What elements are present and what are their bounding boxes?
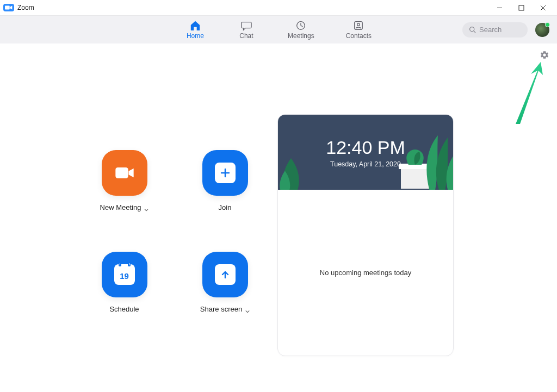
join-label: Join	[219, 203, 232, 211]
share-screen-button[interactable]	[202, 252, 248, 297]
calendar-empty-message: No upcoming meetings today	[320, 269, 411, 277]
svg-rect-2	[519, 5, 524, 10]
schedule-label-row: Schedule	[109, 305, 139, 313]
action-share-screen: Share screen	[191, 252, 259, 313]
search-placeholder: Search	[479, 26, 502, 34]
schedule-label: Schedule	[109, 305, 139, 313]
annotation-arrow	[509, 60, 547, 125]
home-icon	[189, 20, 201, 31]
tab-contacts-label: Contacts	[346, 32, 372, 40]
tab-meetings[interactable]: Meetings	[288, 20, 314, 40]
plant-decoration-left	[278, 141, 306, 190]
search-input[interactable]: Search	[462, 22, 528, 38]
svg-point-10	[470, 27, 474, 32]
new-meeting-label: New Meeting	[100, 203, 141, 211]
join-label-row: Join	[219, 203, 232, 211]
clock-date: Tuesday, April 21, 2020	[330, 160, 401, 168]
schedule-button[interactable]: 19	[102, 252, 147, 297]
quick-actions: New Meeting Join 19	[90, 150, 259, 313]
share-icon	[215, 264, 236, 285]
titlebar: Zoom	[0, 0, 557, 15]
tab-chat-label: Chat	[239, 32, 253, 40]
join-button[interactable]	[202, 150, 248, 196]
profile-avatar[interactable]	[535, 23, 549, 37]
video-icon	[114, 165, 135, 181]
contacts-icon	[352, 20, 364, 31]
tab-home[interactable]: Home	[185, 20, 205, 40]
clock-time: 12:40 PM	[326, 137, 405, 158]
svg-rect-0	[5, 6, 10, 10]
meetings-icon	[295, 20, 307, 31]
tab-chat[interactable]: Chat	[237, 20, 256, 40]
presence-indicator	[545, 22, 550, 27]
action-new-meeting: New Meeting	[90, 150, 158, 211]
gear-icon	[540, 50, 549, 60]
chevron-down-icon	[245, 307, 250, 312]
new-meeting-button[interactable]	[102, 150, 147, 196]
svg-point-9	[357, 23, 360, 26]
tab-home-label: Home	[187, 32, 204, 40]
chevron-down-icon	[144, 206, 148, 210]
content-area: New Meeting Join 19	[0, 43, 557, 392]
tabbar: Home Chat Meetings Contacts Search	[0, 15, 557, 43]
tab-meetings-label: Meetings	[288, 32, 314, 40]
window-close-button[interactable]	[532, 0, 554, 15]
share-screen-label: Share screen	[200, 305, 242, 313]
svg-line-11	[474, 31, 475, 33]
tab-contacts[interactable]: Contacts	[346, 20, 372, 40]
window-title: Zoom	[17, 4, 34, 11]
calendar-card: 12:40 PM Tuesday, April 21, 2020 No upco…	[277, 114, 454, 356]
zoom-app-icon	[3, 4, 14, 11]
new-meeting-label-row[interactable]: New Meeting	[100, 203, 149, 211]
calendar-body: No upcoming meetings today	[278, 190, 453, 356]
calendar-header: 12:40 PM Tuesday, April 21, 2020	[278, 115, 453, 190]
svg-rect-12	[115, 167, 128, 178]
window-maximize-button[interactable]	[510, 0, 532, 15]
action-schedule: 19 Schedule	[90, 252, 158, 313]
search-icon	[469, 26, 476, 33]
chat-icon	[240, 20, 252, 31]
plus-icon	[215, 163, 236, 183]
action-join: Join	[191, 150, 259, 211]
calendar-day-number: 19	[120, 271, 129, 281]
svg-line-7	[301, 26, 303, 27]
share-screen-label-row[interactable]: Share screen	[200, 305, 250, 313]
plant-decoration-right	[424, 133, 453, 190]
window-minimize-button[interactable]	[488, 0, 510, 15]
settings-button[interactable]	[540, 50, 549, 60]
tabs: Home Chat Meetings Contacts	[185, 16, 372, 43]
calendar-icon: 19	[114, 264, 135, 285]
